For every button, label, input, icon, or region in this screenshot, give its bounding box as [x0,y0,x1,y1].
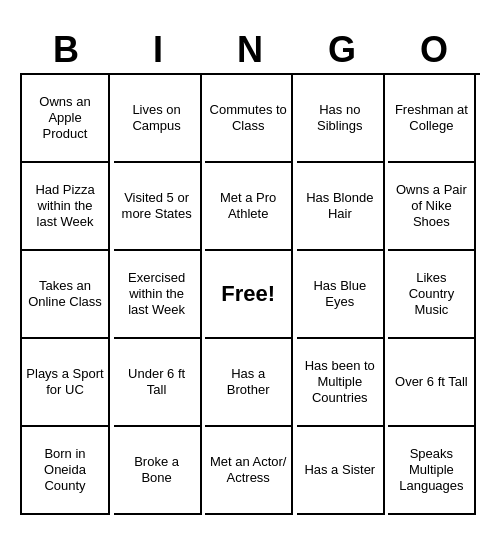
bingo-cell-r1-c2: Met a Pro Athlete [205,163,293,251]
bingo-cell-r3-c2: Has a Brother [205,339,293,427]
bingo-title: BINGO [20,29,480,71]
bingo-grid: Owns an Apple ProductLives on CampusComm… [20,73,480,515]
bingo-letter-n: N [206,29,294,71]
bingo-cell-r2-c2: Free! [205,251,293,339]
bingo-cell-r4-c2: Met an Actor/ Actress [205,427,293,515]
bingo-cell-r4-c3: Has a Sister [297,427,385,515]
bingo-cell-r0-c4: Freshman at College [388,75,476,163]
bingo-cell-r0-c3: Has no Siblings [297,75,385,163]
bingo-cell-r4-c4: Speaks Multiple Languages [388,427,476,515]
bingo-cell-r2-c1: Exercised within the last Week [114,251,202,339]
bingo-cell-r3-c4: Over 6 ft Tall [388,339,476,427]
bingo-letter-o: O [390,29,478,71]
bingo-cell-r2-c3: Has Blue Eyes [297,251,385,339]
bingo-cell-r1-c1: Visited 5 or more States [114,163,202,251]
bingo-cell-r1-c4: Owns a Pair of Nike Shoes [388,163,476,251]
bingo-letter-g: G [298,29,386,71]
bingo-cell-r3-c0: Plays a Sport for UC [22,339,110,427]
bingo-card: BINGO Owns an Apple ProductLives on Camp… [10,19,490,525]
bingo-cell-r3-c3: Has been to Multiple Countries [297,339,385,427]
bingo-cell-r4-c0: Born in Oneida County [22,427,110,515]
bingo-cell-r2-c4: Likes Country Music [388,251,476,339]
bingo-cell-r1-c3: Has Blonde Hair [297,163,385,251]
bingo-cell-r2-c0: Takes an Online Class [22,251,110,339]
bingo-cell-r1-c0: Had Pizza within the last Week [22,163,110,251]
bingo-cell-r0-c0: Owns an Apple Product [22,75,110,163]
bingo-cell-r0-c1: Lives on Campus [114,75,202,163]
bingo-cell-r4-c1: Broke a Bone [114,427,202,515]
bingo-cell-r3-c1: Under 6 ft Tall [114,339,202,427]
bingo-letter-b: B [22,29,110,71]
bingo-letter-i: I [114,29,202,71]
bingo-cell-r0-c2: Commutes to Class [205,75,293,163]
